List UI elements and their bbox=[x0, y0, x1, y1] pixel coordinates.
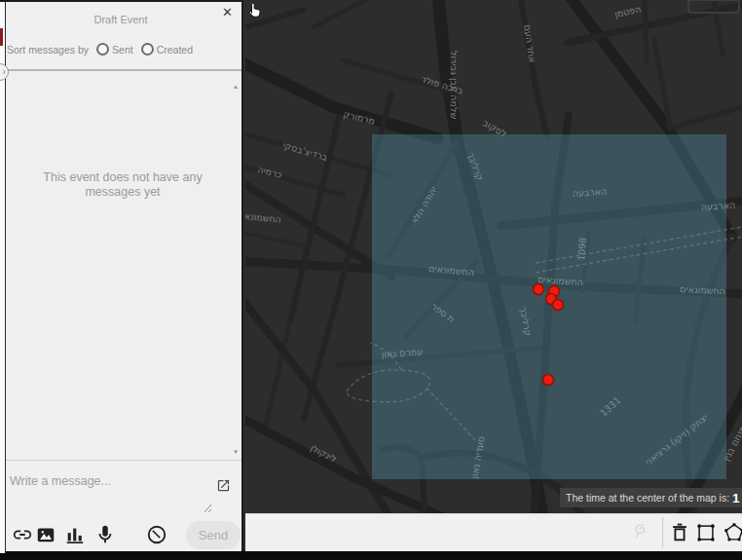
trash-icon[interactable] bbox=[669, 522, 690, 543]
event-marker[interactable] bbox=[534, 284, 544, 295]
bar-chart-icon[interactable] bbox=[64, 524, 86, 545]
map-render: שלמה אבן גבירולברכה פולדמרמורקברדיצ'בסקי… bbox=[245, 0, 742, 513]
polygon-select-icon[interactable] bbox=[723, 522, 742, 543]
resize-handle-icon[interactable] bbox=[203, 504, 213, 513]
message-composer bbox=[0, 461, 241, 515]
link-icon[interactable] bbox=[12, 524, 33, 545]
map-time-tooltip-text: The time at the center of the map is: bbox=[566, 492, 729, 504]
window-bottom-bar bbox=[0, 551, 742, 560]
panel-title: Draft Event bbox=[0, 14, 241, 25]
event-marker[interactable] bbox=[553, 300, 564, 311]
edge-marker bbox=[0, 28, 3, 46]
clock-icon[interactable] bbox=[146, 524, 167, 545]
event-panel: Draft Event ✕ Sort messages by Sent Crea… bbox=[0, 0, 243, 551]
hand-cursor-icon bbox=[245, 0, 262, 18]
sort-created-label[interactable]: Created bbox=[157, 44, 193, 56]
sort-sent-radio[interactable] bbox=[96, 43, 109, 56]
toolbar-divider bbox=[662, 517, 663, 547]
event-marker[interactable] bbox=[543, 375, 554, 386]
send-button[interactable]: Send bbox=[186, 521, 241, 549]
sort-label: Sort messages by bbox=[7, 44, 89, 56]
message-input[interactable] bbox=[8, 472, 192, 513]
expand-composer-icon[interactable] bbox=[216, 478, 231, 493]
map-time-value: 1 bbox=[732, 491, 740, 505]
map-canvas[interactable]: שלמה אבן גבירולברכה פולדמרמורקברדיצ'בסקי… bbox=[245, 0, 742, 513]
map-road bbox=[645, 0, 647, 62]
empty-messages-text: This event does not have any messages ye… bbox=[20, 170, 225, 200]
rectangle-select-icon[interactable] bbox=[695, 522, 717, 543]
map-time-tooltip: The time at the center of the map is: 1 bbox=[560, 488, 742, 507]
message-list[interactable]: This event does not have any messages ye… bbox=[6, 71, 241, 460]
panel-left-gutter bbox=[0, 2, 6, 553]
chevron-right-icon: › bbox=[2, 65, 6, 77]
map-selection-rectangle[interactable] bbox=[372, 134, 726, 479]
sort-sent-label[interactable]: Sent bbox=[112, 44, 133, 56]
image-icon[interactable] bbox=[35, 524, 56, 545]
sort-messages-row: Sort messages by Sent Created bbox=[7, 43, 193, 56]
microphone-icon[interactable] bbox=[94, 524, 116, 545]
close-icon[interactable]: ✕ bbox=[222, 5, 233, 19]
lasso-icon[interactable] bbox=[631, 522, 652, 543]
sort-created-radio[interactable] bbox=[141, 43, 154, 56]
scroll-down-icon[interactable]: ▼ bbox=[233, 449, 239, 455]
scroll-up-icon[interactable]: ▲ bbox=[233, 84, 239, 90]
map-toolbar bbox=[245, 513, 742, 551]
composer-toolbar: Send bbox=[0, 515, 241, 553]
